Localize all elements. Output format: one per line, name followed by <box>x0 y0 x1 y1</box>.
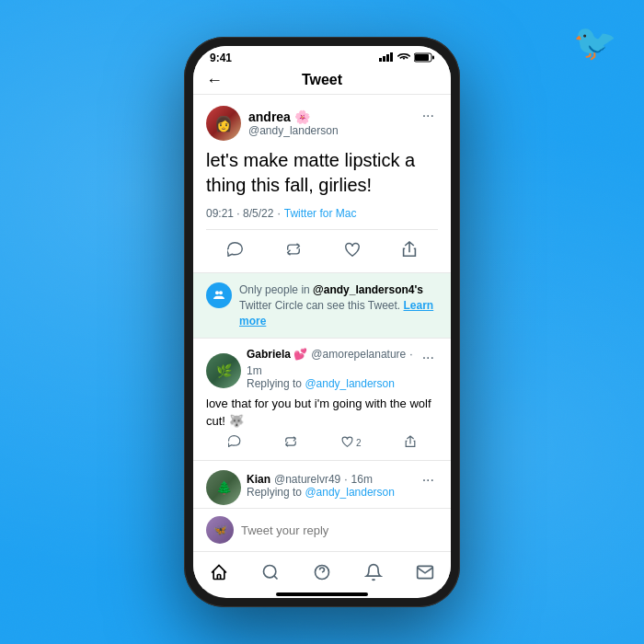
user-handle: @andy_landerson <box>248 124 339 137</box>
gabriela-like-count: 2 <box>356 438 362 448</box>
gabriela-share-icon <box>405 435 416 451</box>
gabriela-name: Gabriela 💕 <box>247 348 307 361</box>
content-area: 👩 andrea 🌸 @andy_landerson ··· let's mak… <box>193 95 451 508</box>
reply-avatar: 🦋 <box>206 516 234 544</box>
tweet-text: let's make matte lipstick a thing this f… <box>206 148 438 198</box>
tweet-actions <box>206 229 438 272</box>
kian-sep: · <box>344 473 347 486</box>
kian-handle: @naturelvr49 <box>274 473 340 486</box>
circle-notice-icon <box>206 282 232 308</box>
nav-messages[interactable] <box>407 559 443 585</box>
status-time: 9:41 <box>210 52 232 64</box>
gabriela-name-row: Gabriela 💕 @amorepelanature · 1m <box>247 348 419 377</box>
gabriela-time-val: 1m <box>247 364 262 377</box>
kian-name-row: Kian @naturelvr49 · 16m <box>247 473 395 486</box>
phone-frame: 9:41 <box>184 37 460 607</box>
kian-replying: Replying to @andy_landerson <box>247 486 395 499</box>
status-icons <box>379 52 434 64</box>
phone-screen: 9:41 <box>193 46 451 598</box>
gabriela-retweet-action[interactable] <box>284 436 297 450</box>
like-icon <box>344 242 361 260</box>
battery-icon <box>414 52 434 64</box>
reply-input-area: 🦋 <box>193 508 451 551</box>
reply-user-gabriela: 🌿 Gabriela 💕 @amorepelanature · 1m Reply… <box>206 348 419 394</box>
gabriela-actions: 2 <box>206 435 438 451</box>
kian-more-button[interactable]: ··· <box>419 470 438 490</box>
gabriela-more-button[interactable]: ··· <box>419 348 438 368</box>
gabriela-avatar[interactable]: 🌿 <box>206 353 241 388</box>
retweet-icon <box>285 243 302 259</box>
nav-bar: ← Tweet <box>193 66 451 95</box>
user-name: andrea 🌸 <box>248 109 339 124</box>
svg-rect-6 <box>432 55 434 59</box>
tweet-header: 👩 andrea 🌸 @andy_landerson ··· <box>206 106 438 141</box>
nav-search[interactable] <box>252 559 289 585</box>
svg-rect-1 <box>383 56 385 62</box>
gabriela-replying-mention: @andy_landerson <box>305 377 395 390</box>
reply-icon <box>227 242 244 260</box>
circle-notice-text: Only people in @andy_landerson4's Twitte… <box>239 282 438 328</box>
gabriela-info: Gabriela 💕 @amorepelanature · 1m Replyin… <box>247 348 419 394</box>
tweet-meta: 09:21 · 8/5/22 · Twitter for Mac <box>206 207 438 220</box>
home-indicator <box>276 592 368 596</box>
kian-avatar[interactable]: 🌲 <box>206 470 241 505</box>
gabriela-like-icon <box>341 436 353 450</box>
nav-title: Tweet <box>302 72 342 88</box>
more-options-button[interactable]: ··· <box>419 106 438 126</box>
reply-tweet-gabriela: 🌿 Gabriela 💕 @amorepelanature · 1m Reply… <box>193 339 451 460</box>
gabriela-replying: Replying to @andy_landerson <box>247 377 419 390</box>
user-info: andrea 🌸 @andy_landerson <box>248 109 339 137</box>
reply-header-kian: 🌲 Kian @naturelvr49 · 16m Replying to @a… <box>206 470 438 505</box>
reply-header-gabriela: 🌿 Gabriela 💕 @amorepelanature · 1m Reply… <box>206 348 438 394</box>
twitter-logo-background: 🐦 <box>573 22 616 63</box>
wifi-icon <box>397 52 410 63</box>
gabriela-text: love that for you but i'm going with the… <box>206 396 438 429</box>
gabriela-handle: @amorepelanature <box>311 348 406 361</box>
share-action[interactable] <box>398 237 420 265</box>
gabriela-reply-action[interactable] <box>228 435 241 450</box>
nav-home[interactable] <box>201 559 237 585</box>
kian-time-val: 16m <box>351 473 373 486</box>
kian-name: Kian <box>247 473 270 486</box>
svg-point-9 <box>264 566 276 578</box>
nav-spaces[interactable] <box>304 559 340 585</box>
nav-notifications[interactable] <box>355 559 392 585</box>
reply-action[interactable] <box>224 238 247 264</box>
tweet-source[interactable]: Twitter for Mac <box>284 207 357 220</box>
bottom-nav <box>193 551 451 589</box>
gabriela-share-action[interactable] <box>405 435 416 451</box>
circle-notice: Only people in @andy_landerson4's Twitte… <box>193 273 451 339</box>
like-action[interactable] <box>340 238 364 264</box>
svg-rect-2 <box>386 54 389 62</box>
status-bar: 9:41 <box>193 46 451 66</box>
user-avatar[interactable]: 👩 <box>206 106 241 141</box>
tweet-separator: · <box>277 207 280 220</box>
back-button[interactable]: ← <box>206 71 223 90</box>
svg-rect-0 <box>379 58 382 62</box>
gabriela-reply-icon <box>228 435 241 450</box>
share-icon <box>402 241 417 261</box>
signal-icon <box>379 52 394 63</box>
kian-info: Kian @naturelvr49 · 16m Replying to @and… <box>247 473 395 502</box>
retweet-action[interactable] <box>282 239 305 263</box>
svg-point-8 <box>219 291 223 294</box>
svg-rect-5 <box>415 54 429 61</box>
tweet-user: 👩 andrea 🌸 @andy_landerson <box>206 106 339 141</box>
circle-mention: @andy_landerson4's <box>313 283 423 296</box>
svg-rect-3 <box>390 52 393 62</box>
tweet-time: 09:21 · 8/5/22 <box>206 207 273 220</box>
svg-point-7 <box>215 291 219 294</box>
reply-input[interactable] <box>241 523 438 537</box>
main-tweet: 👩 andrea 🌸 @andy_landerson ··· let's mak… <box>193 95 451 273</box>
gabriela-like-action[interactable]: 2 <box>341 436 362 450</box>
gabriela-retweet-icon <box>284 436 297 450</box>
kian-replying-mention: @andy_landerson <box>305 486 395 499</box>
gabriela-time: · <box>409 348 412 361</box>
reply-tweet-kian: 🌲 Kian @naturelvr49 · 16m Replying to @a… <box>193 461 451 508</box>
reply-user-kian: 🌲 Kian @naturelvr49 · 16m Replying to @a… <box>206 470 395 505</box>
learn-more-link[interactable]: Learn more <box>239 299 433 328</box>
